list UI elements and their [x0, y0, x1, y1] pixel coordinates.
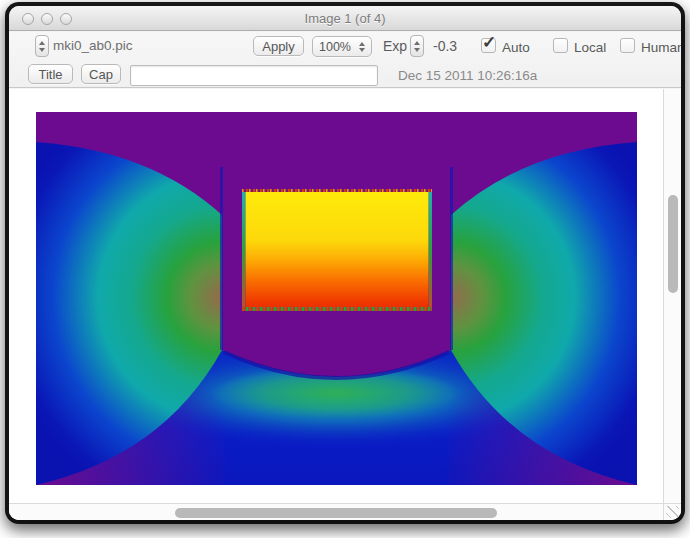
- auto-checkbox[interactable]: ✓: [481, 38, 496, 53]
- human-checkbox-label: Human: [641, 40, 681, 55]
- image-viewport[interactable]: [9, 89, 663, 503]
- stepper-up-icon[interactable]: [39, 41, 45, 45]
- zoom-value: 100%: [313, 40, 357, 54]
- content-area: [9, 89, 681, 520]
- vertical-scrollbar[interactable]: [663, 89, 681, 503]
- caption-input[interactable]: [130, 65, 378, 86]
- toolbar: mki0_ab0.pic Apply 100% Exp -0.3 ✓ Auto …: [9, 32, 681, 88]
- resize-corner[interactable]: [663, 503, 681, 520]
- zoom-popup[interactable]: 100%: [312, 36, 372, 57]
- exposure-value: -0.3: [433, 38, 457, 54]
- title-button[interactable]: Title: [28, 64, 73, 84]
- exposure-stepper[interactable]: [410, 35, 424, 57]
- titlebar[interactable]: Image 1 (of 4): [9, 6, 681, 31]
- checkmark-icon: ✓: [482, 32, 496, 53]
- image-stepper[interactable]: [35, 35, 49, 57]
- stepper-down-icon[interactable]: [39, 48, 45, 52]
- resize-grip-icon: [666, 506, 679, 518]
- local-checkbox-label: Local: [574, 40, 606, 55]
- apply-button[interactable]: Apply: [253, 36, 304, 56]
- viewer-window: Image 1 (of 4) mki0_ab0.pic Apply 100% E…: [9, 6, 681, 520]
- window-title: Image 1 (of 4): [9, 11, 681, 26]
- horizontal-scrollbar-thumb[interactable]: [175, 508, 497, 518]
- human-checkbox[interactable]: [620, 38, 635, 53]
- vertical-scrollbar-thumb[interactable]: [668, 195, 678, 293]
- popup-stepper-icon[interactable]: [357, 42, 371, 52]
- cap-button[interactable]: Cap: [81, 64, 121, 84]
- auto-checkbox-label: Auto: [502, 40, 530, 55]
- filename-label: mki0_ab0.pic: [53, 38, 133, 53]
- timestamp-label: Dec 15 2011 10:26:16a: [398, 68, 537, 83]
- stepper-up-icon[interactable]: [414, 41, 420, 45]
- rendered-image[interactable]: [36, 112, 637, 485]
- exposure-label: Exp: [383, 38, 407, 54]
- horizontal-scrollbar[interactable]: [9, 503, 663, 520]
- local-checkbox[interactable]: [553, 38, 568, 53]
- stepper-down-icon[interactable]: [414, 48, 420, 52]
